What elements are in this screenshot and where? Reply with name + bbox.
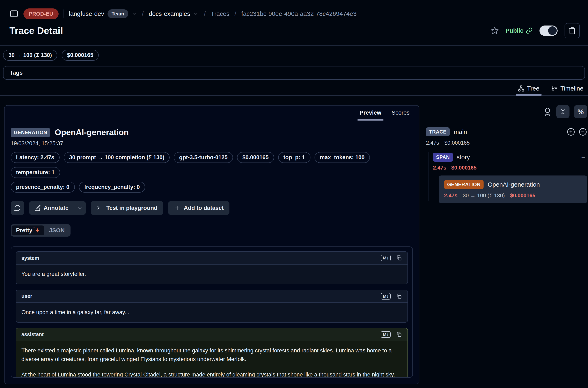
annotate-button[interactable]: Annotate — [29, 201, 86, 215]
top-p-badge: top_p: 1 — [278, 152, 311, 163]
public-label: Public — [506, 27, 523, 34]
breadcrumb-org[interactable]: langfuse-dev — [69, 10, 104, 17]
breadcrumb-separator — [204, 9, 206, 18]
tree-node-generation-selected[interactable]: GENERATION OpenAI-generation 2.47s 30 → … — [439, 175, 587, 203]
tab-scores[interactable]: Scores — [392, 109, 409, 116]
span-badge: SPAN — [433, 153, 453, 162]
generation-tokens: 30 → 100 (Σ 130) — [463, 192, 505, 199]
assistant-paragraph: At the heart of Lumina stood the towerin… — [21, 370, 402, 378]
trace-latency: 2.47s — [426, 140, 439, 146]
terminal-icon — [96, 205, 103, 211]
token-badge: 30 prompt → 100 completion (Σ 130) — [64, 152, 170, 163]
trace-name: main — [454, 128, 467, 135]
span-latency: 2.47s — [433, 165, 446, 171]
collapse-vertical-icon[interactable] — [556, 105, 569, 118]
message-role: system — [21, 255, 39, 261]
cost-badge: $0.000165 — [237, 152, 274, 163]
sidebar-toggle-icon[interactable] — [9, 9, 19, 18]
message-content: There existed a majestic planet called L… — [16, 341, 407, 378]
format-json-button[interactable]: JSON — [45, 225, 69, 235]
chevron-down-icon[interactable] — [131, 11, 137, 17]
tab-timeline[interactable]: Timeline — [550, 85, 585, 92]
collapse-all-icon[interactable] — [579, 127, 587, 136]
assistant-paragraph: There existed a majestic planet called L… — [21, 346, 402, 364]
breadcrumb-project[interactable]: docs-examples — [149, 10, 190, 17]
token-usage-badge: 30 → 100 (Σ 130) — [3, 50, 57, 61]
format-toggle: Pretty ✦ JSON — [11, 224, 70, 237]
bookmark-star-icon[interactable] — [491, 27, 498, 35]
pretty-label: Pretty — [16, 227, 32, 234]
cost-badge: $0.000165 — [62, 50, 99, 61]
tab-preview[interactable]: Preview — [360, 109, 381, 116]
playground-label: Test in playground — [106, 205, 157, 211]
tab-tree[interactable]: Tree — [517, 85, 541, 92]
toggle-knob — [548, 26, 557, 35]
timeline-icon — [551, 85, 558, 92]
expand-all-icon[interactable] — [567, 127, 575, 136]
tab-tree-label: Tree — [527, 85, 540, 92]
dataset-label: Add to dataset — [184, 205, 224, 211]
message-content: You are a great storyteller. — [16, 265, 407, 284]
delete-trace-button[interactable] — [565, 23, 580, 38]
temperature-badge: temperature: 1 — [11, 167, 60, 178]
message-role: assistant — [21, 331, 44, 337]
trace-tree-sidebar: % TRACE main 2.47s $0.000165 SPAN s — [426, 105, 587, 384]
annotate-label: Annotate — [44, 205, 68, 211]
trace-cost: $0.000165 — [445, 140, 470, 146]
percent-metrics-icon[interactable]: % — [574, 105, 587, 118]
span-name: story — [457, 154, 470, 161]
share-link-icon[interactable] — [526, 27, 533, 34]
tab-timeline-label: Timeline — [561, 85, 584, 92]
collapse-node-icon[interactable]: − — [581, 153, 586, 162]
tree-node-span[interactable]: SPAN story − — [433, 153, 587, 162]
generation-latency: 2.47s — [444, 192, 457, 199]
markdown-toggle-icon[interactable]: M↓ — [381, 255, 391, 261]
copy-icon[interactable] — [396, 255, 402, 261]
messages-container: system M↓ You are a great storyteller. u… — [11, 246, 413, 378]
test-in-playground-button[interactable]: Test in playground — [91, 201, 163, 215]
generation-name: OpenAI-generation — [488, 181, 540, 188]
annotate-icon — [35, 205, 41, 211]
page-title: Trace Detail — [9, 25, 63, 36]
view-tabs: Tree Timeline — [0, 85, 588, 96]
add-to-dataset-button[interactable]: Add to dataset — [168, 201, 229, 215]
presence-penalty-badge: presence_penalty: 0 — [11, 182, 75, 193]
span-cost: $0.000165 — [451, 165, 476, 171]
tree-node-trace[interactable]: TRACE main — [426, 127, 587, 136]
annotate-dropdown[interactable] — [74, 201, 86, 215]
message-role: user — [21, 293, 32, 299]
sparkles-icon: ✦ — [35, 227, 40, 234]
public-toggle[interactable] — [540, 25, 558, 36]
markdown-toggle-icon[interactable]: M↓ — [381, 293, 391, 300]
generation-badge: GENERATION — [444, 180, 484, 189]
annotation-award-icon[interactable] — [543, 107, 552, 117]
tree-icon — [518, 85, 524, 92]
model-badge: gpt-3.5-turbo-0125 — [174, 152, 233, 163]
assistant-message-card: assistant M↓ There existed a majestic pl… — [16, 328, 408, 378]
observation-panel: Preview Scores GENERATION OpenAI-generat… — [4, 105, 419, 384]
tags-box[interactable]: Tags — [3, 66, 585, 80]
message-content: Once upon a time in a galaxy far, far aw… — [16, 303, 407, 322]
observation-timestamp: 19/03/2024, 15:25:37 — [11, 140, 413, 147]
breadcrumb-traces[interactable]: Traces — [211, 10, 229, 17]
system-message-card: system M↓ You are a great storyteller. — [16, 251, 408, 284]
markdown-toggle-icon[interactable]: M↓ — [381, 331, 391, 338]
breadcrumb: PROD-EU langfuse-dev Team docs-examples … — [9, 7, 580, 20]
observation-name: OpenAI-generation — [55, 128, 129, 137]
comment-button[interactable] — [11, 201, 24, 215]
frequency-penalty-badge: frequency_penalty: 0 — [79, 182, 145, 193]
copy-icon[interactable] — [396, 293, 402, 299]
copy-icon[interactable] — [396, 331, 402, 338]
trace-badge: TRACE — [426, 127, 450, 136]
trace-summary: 30 → 100 (Σ 130) $0.000165 Tags — [0, 46, 588, 80]
breadcrumb-separator — [234, 9, 236, 18]
breadcrumb-trace-id: fac231bc-90ee-490a-aa32-78c4269474e3 — [241, 10, 357, 17]
format-pretty-button[interactable]: Pretty ✦ — [12, 225, 44, 235]
plus-icon — [174, 205, 181, 211]
app-header: PROD-EU langfuse-dev Team docs-examples … — [0, 0, 588, 46]
chevron-down-icon[interactable] — [193, 11, 199, 17]
org-type-badge: Team — [108, 9, 128, 18]
latency-badge: Latency: 2.47s — [11, 152, 60, 163]
observation-type-badge: GENERATION — [11, 128, 50, 137]
breadcrumb-separator — [142, 9, 144, 18]
